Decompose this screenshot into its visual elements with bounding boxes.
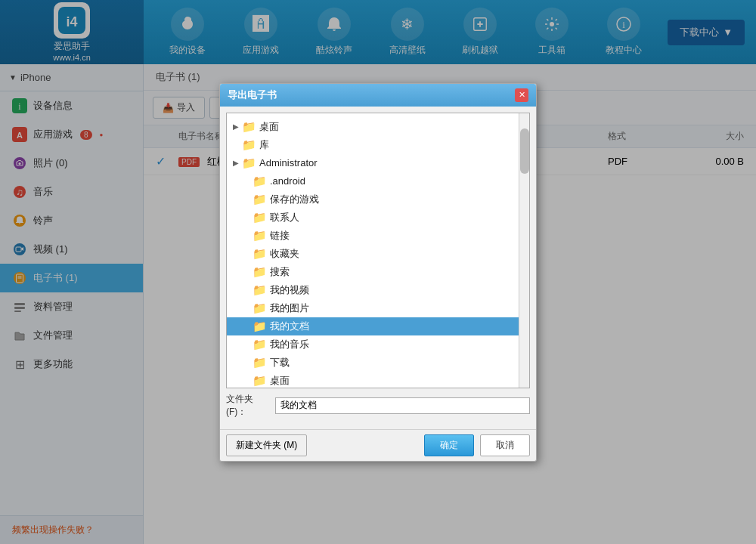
folder-icon: 📁 (253, 211, 267, 224)
tree-item[interactable]: 📁 联系人 (227, 209, 519, 227)
tree-item[interactable]: ▶ 📁 Administrator (227, 154, 519, 172)
tree-item[interactable]: 📁 保存的游戏 (227, 190, 519, 209)
modal-close-btn[interactable]: ✕ (515, 88, 528, 102)
tree-item-label: 我的文档 (270, 320, 309, 333)
tree-item[interactable]: 📁 搜索 (227, 263, 519, 281)
tree-item-label: 搜索 (270, 265, 290, 279)
scrollbar-track (519, 113, 529, 388)
tree-item[interactable]: 📁 我的音乐 (227, 335, 519, 354)
tree-item-label: 保存的游戏 (270, 193, 319, 206)
tree-item-label: 下载 (270, 356, 290, 369)
tree-item-label: 收藏夹 (270, 247, 299, 261)
modal-btn-group: 确定 取消 (424, 434, 530, 456)
path-input[interactable] (275, 397, 530, 414)
tree-item-label: Administrator (259, 157, 318, 168)
folder-icon: 📁 (242, 120, 256, 134)
tree-item[interactable]: 📁 库 (227, 136, 519, 154)
tree-item[interactable]: 📁 下载 (227, 354, 519, 372)
export-dialog: 导出电子书 ✕ ▶ 📁 桌面 📁 库 ▶ 📁 Administrator (219, 83, 537, 462)
path-label: 文件夹 (F)： (226, 393, 275, 419)
folder-icon: 📁 (253, 338, 267, 351)
file-tree[interactable]: ▶ 📁 桌面 📁 库 ▶ 📁 Administrator 📁 .android … (227, 113, 519, 388)
tree-item[interactable]: 📁 链接 (227, 227, 519, 245)
tree-item[interactable]: ▶ 📁 桌面 (227, 118, 519, 136)
scrollbar-thumb[interactable] (520, 128, 529, 174)
folder-icon: 📁 (253, 356, 267, 369)
tree-item-label: 链接 (270, 229, 290, 243)
folder-icon: 📁 (253, 301, 267, 315)
modal-title-bar: 导出电子书 ✕ (220, 84, 536, 107)
modal-overlay: 导出电子书 ✕ ▶ 📁 桌面 📁 库 ▶ 📁 Administrator (0, 0, 756, 544)
tree-item[interactable]: 📁 我的视频 (227, 281, 519, 299)
modal-title: 导出电子书 (228, 88, 277, 102)
tree-item[interactable]: 📁 我的文档 (227, 317, 519, 335)
expand-icon: ▶ (231, 122, 240, 131)
tree-item-label: 我的图片 (270, 301, 309, 315)
cancel-btn[interactable]: 取消 (480, 434, 530, 456)
expand-icon: ▶ (231, 159, 240, 167)
tree-item-label: 库 (259, 138, 269, 152)
folder-icon: 📁 (253, 265, 267, 279)
folder-icon: 📁 (253, 247, 267, 261)
modal-footer: 新建文件夹 (M) 确定 取消 (220, 429, 536, 461)
folder-icon: 📁 (253, 193, 267, 206)
tree-item-label: 我的视频 (270, 283, 309, 297)
tree-item-label: 联系人 (270, 211, 299, 224)
folder-icon: 📁 (253, 283, 267, 297)
tree-item-label: 我的音乐 (270, 338, 309, 351)
confirm-btn[interactable]: 确定 (424, 434, 474, 456)
folder-icon: 📁 (253, 374, 267, 388)
folder-icon: 📁 (253, 175, 267, 188)
folder-icon: 📁 (253, 320, 267, 333)
folder-icon: 📁 (242, 138, 256, 152)
tree-item[interactable]: 📁 桌面 (227, 372, 519, 388)
tree-item[interactable]: 📁 我的图片 (227, 299, 519, 317)
folder-icon: 📁 (242, 156, 256, 170)
new-folder-btn[interactable]: 新建文件夹 (M) (226, 434, 307, 456)
modal-body: ▶ 📁 桌面 📁 库 ▶ 📁 Administrator 📁 .android … (220, 107, 536, 429)
tree-item[interactable]: 📁 .android (227, 172, 519, 190)
tree-item[interactable]: 📁 收藏夹 (227, 245, 519, 263)
file-tree-container: ▶ 📁 桌面 📁 库 ▶ 📁 Administrator 📁 .android … (226, 113, 530, 388)
tree-item-label: 桌面 (270, 374, 290, 388)
path-row: 文件夹 (F)： (226, 393, 530, 419)
tree-item-label: .android (270, 175, 305, 187)
folder-icon: 📁 (253, 229, 267, 243)
tree-item-label: 桌面 (259, 120, 279, 134)
